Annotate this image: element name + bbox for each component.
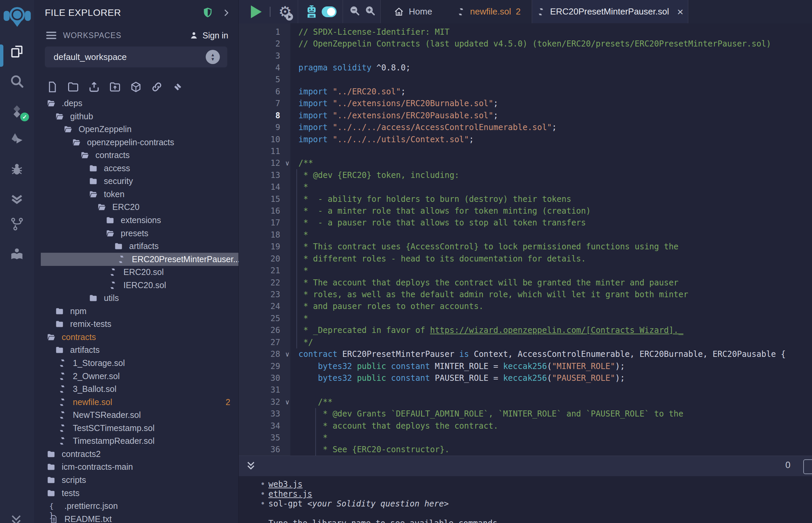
tree-file-erc20-sol[interactable]: ERC20.sol [34,266,239,279]
terminal-link[interactable]: ethers.js [268,489,312,499]
line-number[interactable]: 30 [239,373,280,383]
tree-file-ierc20-sol[interactable]: IERC20.sol [34,279,239,292]
line-number[interactable]: 34 [239,421,280,431]
code-line[interactable]: 24 * and pauser roles to other accounts. [239,301,812,312]
new-folder-icon[interactable] [67,81,79,93]
code-line[interactable]: 22 * The account that deploys the contra… [239,277,812,288]
line-number[interactable]: 17 [239,218,280,228]
line-number[interactable]: 2 [239,39,280,49]
code-line[interactable]: 34 * account that deploys the contract. [239,420,812,432]
tab-erc20presetminterpauser-sol[interactable]: ERC20PresetMinterPauser.sol× [532,0,688,23]
tree-folder-token[interactable]: token [34,188,239,201]
line-number[interactable]: 8 [239,111,280,120]
tree-folder-icm-contracts-main[interactable]: icm-contracts-main [34,460,239,473]
workspace-menu-icon[interactable] [46,32,56,39]
copilot-toggle-on[interactable] [322,6,337,17]
code-line[interactable]: 23 * roles, as well as the default admin… [239,288,812,300]
code-line[interactable]: 13 * @dev {ERC20} token, including: [239,169,812,181]
tree-folder-utils[interactable]: utils [34,291,239,305]
activity-files-icon[interactable] [0,42,34,61]
tree-folder-openzeppelin[interactable]: OpenZeppelin [34,123,239,136]
code-line[interactable]: 26 * _Deprecated in favor of https://wiz… [239,325,812,336]
line-number[interactable]: 18 [239,230,280,240]
code-line[interactable]: 2// OpenZeppelin Contracts (last updated… [239,38,812,50]
code-line[interactable]: 4pragma solidity ^0.8.0; [239,62,812,73]
zoom-out-icon[interactable] [349,5,360,19]
code-line[interactable]: 8import "../extensions/ERC20Pausable.sol… [239,109,812,121]
upload-file-icon[interactable] [88,81,100,93]
line-number[interactable]: 35 [239,433,280,443]
line-number[interactable]: 28 [239,349,280,359]
line-number[interactable]: 4 [239,63,280,72]
code-line[interactable]: 35 * [239,432,812,444]
line-number[interactable]: 19 [239,242,280,251]
tree-file-readme-txt[interactable]: README.txt [34,512,239,523]
code-line[interactable]: 18 * [239,229,812,240]
code-line[interactable]: 30 bytes32 public constant PAUSER_ROLE =… [239,372,812,384]
line-number[interactable]: 25 [239,314,280,323]
activity-search-icon[interactable] [0,71,34,91]
line-number[interactable]: 13 [239,170,280,180]
code-line[interactable]: 20 * different roles - head to its docum… [239,253,812,265]
cube-icon[interactable] [130,81,142,93]
code-editor[interactable]: 1// SPDX-License-Identifier: MIT2// Open… [239,23,812,458]
line-number[interactable]: 23 [239,290,280,299]
tree-folder-contracts[interactable]: contracts [34,330,239,344]
ai-copilot-robot-icon[interactable] [304,4,319,19]
code-line[interactable]: 28∨contract ERC20PresetMinterPauser is C… [239,348,812,360]
tree-folder-presets[interactable]: presets [34,227,239,240]
tree-folder-remix-tests[interactable]: remix-tests [34,318,239,330]
terminal-bar[interactable]: 0 [239,456,812,476]
line-number[interactable]: 7 [239,99,280,108]
code-line[interactable]: 27 */ [239,336,812,348]
terminal-listen-checkbox[interactable] [803,459,812,474]
code-line[interactable]: 16 * - a minter role that allows for tok… [239,205,812,217]
line-number[interactable]: 31 [239,385,280,395]
code-line[interactable]: 10import "../../../utils/Context.sol"; [239,133,812,145]
code-line[interactable]: 3 [239,50,812,62]
workspace-select[interactable]: default_workspace ▲▼ [45,47,227,67]
git-diamond-icon[interactable] [172,81,184,93]
tab-close-icon[interactable]: × [677,7,684,16]
line-number[interactable]: 27 [239,338,280,347]
tree-file-newtsreader-sol[interactable]: NewTSReader.sol [34,409,239,421]
terminal-collapse-icon[interactable] [245,460,257,472]
activity-solidity-compiler-icon[interactable]: ✓ [0,102,34,121]
tree-folder-extensions[interactable]: extensions [34,214,239,227]
line-number[interactable]: 11 [239,147,280,156]
line-number[interactable]: 24 [239,302,280,311]
line-number[interactable]: 15 [239,195,280,204]
line-number[interactable]: 5 [239,75,280,84]
line-number[interactable]: 20 [239,254,280,264]
tree-folder--deps[interactable]: .deps [34,97,239,110]
terminal-link[interactable]: web3.js [268,480,302,489]
collapse-panel-chevron-icon[interactable] [222,8,230,17]
tree-folder-erc20[interactable]: ERC20 [34,200,239,214]
terminal-output[interactable]: •web3.js•ethers.js•sol-gpt <your Solidit… [239,476,812,523]
upload-folder-icon[interactable] [109,81,121,93]
line-number[interactable]: 14 [239,182,280,192]
tree-folder-openzeppelin-contracts[interactable]: openzeppelin-contracts [34,136,239,149]
line-number[interactable]: 6 [239,87,280,96]
line-number[interactable]: 26 [239,326,280,335]
line-number[interactable]: 3 [239,51,280,61]
tree-folder-contracts[interactable]: contracts [34,149,239,162]
remix-logo-icon[interactable] [3,2,31,31]
code-line[interactable]: 21 * [239,265,812,276]
tree-folder-tests[interactable]: tests [34,487,239,500]
code-line[interactable]: 11 [239,145,812,157]
code-line[interactable]: 1// SPDX-License-Identifier: MIT [239,26,812,38]
collapse-activity-icon[interactable] [10,513,23,523]
code-line[interactable]: 15 * - ability for holders to burn (dest… [239,193,812,205]
tree-file-1-storage-sol[interactable]: 1_Storage.sol [34,357,239,370]
line-number[interactable]: 1 [239,27,280,37]
tree-file-2-owner-sol[interactable]: 2_Owner.sol [34,370,239,383]
code-line[interactable]: 25 * [239,312,812,324]
tree-folder-artifacts[interactable]: artifacts [34,343,239,357]
tree-file--prettierrc-json[interactable]: { }.prettierrc.json [34,500,239,512]
activity-git-icon[interactable] [0,214,34,234]
tree-folder-access[interactable]: access [34,162,239,175]
tree-file-timestampreader-sol[interactable]: TimestampReader.sol [34,434,239,448]
tree-file-testsctimestamp-sol[interactable]: TestSCTimestamp.sol [34,421,239,435]
workspace-select-toggle-icon[interactable]: ▲▼ [206,50,220,64]
